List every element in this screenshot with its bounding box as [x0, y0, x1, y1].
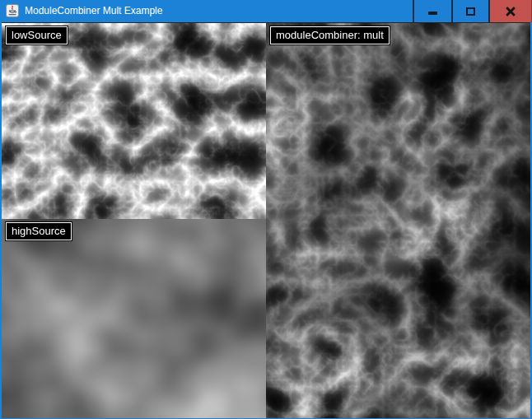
content-area: lowSource highSource moduleCombiner: mul… [2, 22, 530, 417]
java-coffee-cup-icon [6, 4, 19, 17]
panel-highSource: highSource [2, 219, 266, 418]
lowSource-noise-image [2, 23, 266, 219]
titlebar[interactable]: ModuleCombiner Mult Example [0, 0, 532, 22]
highSource-noise-image [2, 219, 266, 418]
app-window: ModuleCombiner Mult Example lowSource hi… [0, 0, 532, 419]
panel-lowSource: lowSource [2, 23, 266, 219]
window-controls [413, 0, 532, 22]
combined-noise-image [266, 23, 530, 418]
panel-label-lowSource: lowSource [6, 26, 68, 44]
maximize-button[interactable] [453, 0, 488, 22]
maximize-icon [466, 7, 475, 16]
panel-label-highSource: highSource [6, 222, 72, 240]
panel-moduleCombiner-mult: moduleCombiner: mult [266, 23, 530, 418]
panel-label-moduleCombiner-mult: moduleCombiner: mult [270, 26, 390, 44]
close-icon [505, 6, 516, 16]
minimize-button[interactable] [414, 0, 451, 22]
minimize-icon [428, 12, 437, 15]
close-button[interactable] [490, 0, 532, 22]
window-title: ModuleCombiner Mult Example [25, 0, 162, 22]
